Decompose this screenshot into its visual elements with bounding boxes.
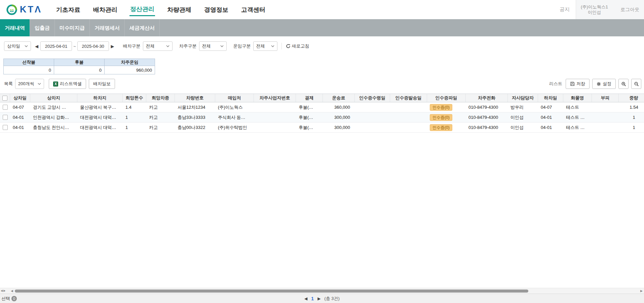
zoom-in-button[interactable]: [618, 79, 629, 89]
cell-origin: 경기도 고양시 …: [30, 102, 77, 112]
nav-item-customer-center[interactable]: 고객센터: [240, 4, 266, 16]
cell-load-date: 04-07: [10, 102, 30, 112]
fare-type-select[interactable]: 전체: [253, 41, 277, 51]
page-size-select[interactable]: 200개씩: [15, 79, 44, 89]
col-owner-phone[interactable]: 차주전화: [466, 94, 508, 102]
settings-button[interactable]: 설정: [592, 79, 616, 89]
prev-page-icon[interactable]: ◀: [304, 296, 307, 301]
save-button[interactable]: 저장: [566, 79, 590, 89]
cell-destination: 울산광역시 북구…: [77, 102, 123, 112]
sub-tab-bar: 거래내역 입출금 미수미지급 거래명세서 세금계산서: [0, 19, 644, 36]
select-all-checkbox[interactable]: [2, 96, 7, 101]
date-range-separator: ~: [73, 44, 76, 49]
refresh-icon: [286, 44, 291, 48]
cell-company-manager: 방우리: [508, 102, 538, 112]
grid-pane-scroll-arrows[interactable]: ◀▶: [1, 289, 6, 292]
account-names: (주)이노웍스1 이인섭: [581, 4, 608, 15]
receipt-badge[interactable]: 인수증(0): [430, 124, 452, 131]
list-excel-button[interactable]: X 리스트엑셀: [49, 79, 86, 89]
nav-item-dispatch[interactable]: 배차관리: [92, 4, 118, 16]
owner-type-select[interactable]: 전체: [199, 41, 227, 51]
col-payment[interactable]: 결제: [296, 94, 323, 102]
table-row[interactable]: 04-01 인천광역시 강화… 대전광역시 대덕… 1 카고 충남33나3333…: [0, 112, 644, 123]
list-label: 목록: [4, 81, 13, 87]
col-origin[interactable]: 상차지: [30, 94, 77, 102]
brand-logo[interactable]: KTΛ: [6, 4, 42, 15]
col-owner-business-number[interactable]: 차주사업자번호: [254, 94, 296, 102]
dispatch-type-value: 전체: [146, 43, 155, 49]
zoom-out-button[interactable]: [631, 79, 641, 89]
chevron-down-icon: [220, 45, 224, 47]
cell-owner-business-number: [254, 123, 296, 132]
date-type-value: 상차일: [7, 43, 20, 49]
nav-item-management-info[interactable]: 경영정보: [203, 4, 229, 16]
col-freight-fare[interactable]: 운송료: [323, 94, 355, 102]
nav-item-basic-data[interactable]: 기초자료: [55, 4, 81, 16]
selection-count-badge: 0: [11, 296, 17, 301]
cell-origin: 인천광역시 강화…: [30, 112, 77, 122]
cell-desired-vehicle-type: 카고: [146, 112, 175, 122]
tab-transaction-statement[interactable]: 거래명세서: [90, 19, 125, 36]
row-checkbox[interactable]: [3, 105, 8, 110]
col-weight[interactable]: 중량: [619, 94, 644, 102]
scrollbar-thumb[interactable]: [15, 290, 528, 293]
cell-owner-business-number: [254, 102, 296, 112]
current-page-number[interactable]: 1: [311, 296, 314, 301]
cell-unload-date: 04-01: [538, 123, 563, 132]
col-desired-vehicle-type[interactable]: 희망차종: [146, 94, 175, 102]
row-checkbox[interactable]: [3, 115, 8, 120]
zoom-out-icon: [634, 81, 639, 87]
table-row[interactable]: 04-07 경기도 고양시 … 울산광역시 북구… 1.4 카고 서울12차12…: [0, 102, 644, 112]
page: KTΛ 기초자료 배차관리 정산관리 차량관제 경영정보 고객센터 공지 (주)…: [0, 0, 644, 303]
dispatch-type-select[interactable]: 전체: [143, 41, 173, 51]
summary-header-owner-fare: 차주운임: [105, 59, 155, 66]
cell-desired-vehicle-type: 카고: [146, 123, 175, 132]
tab-transactions[interactable]: 거래내역: [0, 19, 30, 36]
date-to-input[interactable]: [77, 41, 109, 51]
col-receipt-sent-date[interactable]: 인수증발송일: [390, 94, 427, 102]
scroll-left-icon[interactable]: ◀: [11, 289, 13, 293]
dispatch-report-button[interactable]: 배차일보: [89, 79, 115, 89]
col-receipt-file[interactable]: 인수증파일: [427, 94, 466, 102]
cell-vehicle-number: 충남00나3322: [175, 123, 215, 132]
filter-bar: 상차일 ◀ ~ ▶ 배차구분 전체 차주구분 전체 운임구분 전체: [0, 36, 644, 56]
col-vehicle-number[interactable]: 차량번호: [175, 94, 215, 102]
receipt-badge[interactable]: 인수증(0): [430, 104, 452, 111]
refresh-button[interactable]: 새로고침: [286, 43, 309, 49]
notice-link[interactable]: 공지: [560, 6, 570, 13]
date-type-select[interactable]: 상차일: [4, 41, 31, 51]
tab-tax-invoice[interactable]: 세금계산서: [125, 19, 160, 36]
cell-origin: 충청남도 천안시…: [30, 123, 77, 132]
cell-volume: [592, 123, 619, 132]
col-destination[interactable]: 하차지: [77, 94, 123, 102]
nav-item-settlement[interactable]: 정산관리: [129, 3, 155, 16]
col-cargo-name[interactable]: 화물명: [563, 94, 592, 102]
date-from-input[interactable]: [40, 41, 72, 51]
col-load-date[interactable]: 상차일: [10, 94, 30, 102]
cell-cargo-name: 테스트: [563, 102, 592, 112]
col-volume[interactable]: 부피: [592, 94, 619, 102]
col-unload-date[interactable]: 하차일: [538, 94, 563, 102]
tab-receivables-payables[interactable]: 미수미지급: [55, 19, 90, 36]
logo-swirl-icon: [6, 4, 17, 15]
cell-weight: 1: [619, 112, 644, 122]
cell-receipt-sent-date: [390, 123, 427, 132]
logout-link[interactable]: 로그아웃: [620, 7, 639, 13]
next-page-icon[interactable]: ▶: [317, 296, 320, 301]
col-desired-tonnage[interactable]: 희망톤수: [123, 94, 146, 102]
row-checkbox[interactable]: [3, 125, 8, 130]
prev-date-range-button[interactable]: ◀: [33, 44, 40, 49]
table-row[interactable]: 04-01 충청남도 천안시… 대전광역시 대덕… 1 카고 충남00나3322…: [0, 123, 644, 133]
user-name: 이인섭: [581, 10, 608, 15]
cell-receipt-file: 인수증(0): [427, 123, 466, 132]
receipt-badge[interactable]: 인수증(0): [430, 114, 452, 121]
nav-item-vehicle-control[interactable]: 차량관제: [166, 4, 192, 16]
col-receipt-received-date[interactable]: 인수증수령일: [355, 94, 390, 102]
scroll-right-icon[interactable]: ▶: [640, 289, 643, 293]
cell-receipt-file: 인수증(0): [427, 112, 466, 122]
top-header: KTΛ 기초자료 배차관리 정산관리 차량관제 경영정보 고객센터 공지 (주)…: [0, 0, 644, 19]
col-company-manager[interactable]: 자사담당자: [508, 94, 538, 102]
col-purchaser[interactable]: 매입처: [215, 94, 254, 102]
tab-deposits-withdrawals[interactable]: 입출금: [30, 19, 55, 36]
next-date-range-button[interactable]: ▶: [109, 44, 116, 49]
